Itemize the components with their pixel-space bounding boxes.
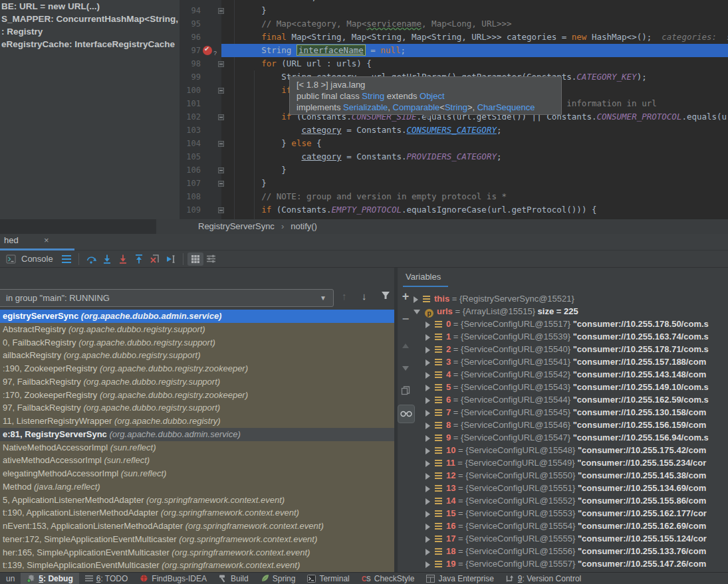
breadcrumb-method[interactable]: notify() xyxy=(291,221,317,231)
frames-list[interactable]: egistryServerSync (org.apache.dubbo.admi… xyxy=(0,310,394,572)
filter-frames-icon[interactable] xyxy=(380,290,391,300)
stack-frame[interactable]: tener:172, SimpleApplicationEventMultica… xyxy=(0,533,394,546)
stack-frame[interactable]: elegatingMethodAccessorImpl (sun.reflect… xyxy=(0,467,394,480)
variable-row[interactable]: 13 = {ServiceConfigURL@15551} "consumer:… xyxy=(414,482,728,494)
thread-selector[interactable]: in group "main": RUNNING ▼ xyxy=(0,289,334,307)
variable-row[interactable]: purls = {ArrayList@15515} size = 225 xyxy=(414,305,728,318)
stack-frame[interactable]: nEvent:153, ApplicationListenerMethodAda… xyxy=(0,520,394,533)
stack-frame[interactable]: 0, FailbackRegistry (org.apache.dubbo.re… xyxy=(0,336,394,349)
code-line[interactable]: String interfaceName = null; xyxy=(221,44,728,57)
variable-row[interactable]: 5 = {ServiceConfigURL@15543} "consumer:/… xyxy=(414,381,728,393)
stack-frame[interactable]: AbstractRegistry (org.apache.dubbo.regis… xyxy=(0,323,394,336)
stack-frame[interactable]: ativeMethodAccessorImpl (sun.reflect) xyxy=(0,454,394,467)
variable-row[interactable]: 18 = {ServiceConfigURL@15556} "consumer:… xyxy=(414,545,728,557)
variable-row[interactable]: 16 = {ServiceConfigURL@15554} "consumer:… xyxy=(414,520,728,532)
variable-row[interactable]: 15 = {ServiceConfigURL@15553} "consumer:… xyxy=(414,507,728,520)
statusbar-item-debug[interactable]: 5: Debug xyxy=(21,573,78,584)
remove-watch-icon[interactable]: − xyxy=(398,310,414,328)
variable-row[interactable]: 3 = {ServiceConfigURL@15541} "consumer:/… xyxy=(414,355,728,368)
expand-arrow-icon[interactable] xyxy=(425,448,430,454)
frame-down-icon[interactable]: ↓ xyxy=(362,290,367,302)
variable-row[interactable]: 2 = {ServiceConfigURL@15540} "consumer:/… xyxy=(414,343,728,355)
variable-row[interactable]: 7 = {ServiceConfigURL@15545} "consumer:/… xyxy=(414,406,728,419)
code-line[interactable]: category = Constants.CONSUMERS_CATEGORY; xyxy=(221,124,728,137)
stack-frame[interactable]: 97, FailbackRegistry (org.apache.dubbo.r… xyxy=(0,375,394,389)
tab-variables[interactable]: Variables xyxy=(406,272,441,282)
variable-row[interactable]: 12 = {ServiceConfigURL@15550} "consumer:… xyxy=(414,469,728,482)
stack-frame[interactable]: 11, ListenerRegistryWrapper (org.apache.… xyxy=(0,415,394,428)
variable-row[interactable]: 11 = {ServiceConfigURL@15549} "consumer:… xyxy=(414,456,728,469)
step-out-icon[interactable] xyxy=(131,252,147,266)
expand-arrow-icon[interactable] xyxy=(425,486,430,492)
drop-frame-icon[interactable] xyxy=(147,252,163,266)
run-to-cursor-icon[interactable] xyxy=(163,252,179,266)
expand-arrow-icon[interactable] xyxy=(425,334,430,341)
statusbar-item-un[interactable]: un xyxy=(0,573,21,584)
expand-arrow-icon[interactable] xyxy=(425,536,430,543)
frame-up-icon[interactable]: ↑ xyxy=(342,290,347,302)
statusbar-item-java-enterprise[interactable]: Java Enterprise xyxy=(420,573,499,584)
statusbar-item-spring[interactable]: Spring xyxy=(255,573,302,584)
collapse-arrow-icon[interactable] xyxy=(414,310,420,314)
code-line[interactable]: } xyxy=(221,4,728,17)
expand-arrow-icon[interactable] xyxy=(425,385,430,391)
stack-frame[interactable]: her:165, SimpleApplicationEventMulticast… xyxy=(0,546,394,559)
expand-arrow-icon[interactable] xyxy=(425,549,430,555)
code-line[interactable]: category = Constants.PROVIDERS_CATEGORY; xyxy=(221,150,728,163)
move-down-icon[interactable] xyxy=(398,359,414,377)
threads-view-icon[interactable] xyxy=(59,252,74,266)
statusbar-item-findbugs-idea[interactable]: FindBugs-IDEA xyxy=(134,573,213,584)
expand-arrow-icon[interactable] xyxy=(425,473,430,480)
expand-arrow-icon[interactable] xyxy=(425,410,430,417)
step-over-icon[interactable] xyxy=(83,252,99,266)
expand-arrow-icon[interactable] xyxy=(425,347,430,353)
expand-arrow-icon[interactable] xyxy=(425,460,430,467)
console-tab-label[interactable]: Console xyxy=(21,254,53,264)
expand-arrow-icon[interactable] xyxy=(425,498,430,505)
debug-session-tab[interactable]: hed × xyxy=(0,234,74,250)
variable-row[interactable]: 8 = {ServiceConfigURL@15546} "consumer:/… xyxy=(414,419,728,431)
move-up-icon[interactable] xyxy=(398,337,414,354)
stack-frame[interactable]: :190, ZookeeperRegistry (org.apache.dubb… xyxy=(0,362,394,375)
expand-arrow-icon[interactable] xyxy=(414,296,418,303)
statusbar-item-terminal[interactable]: Terminal xyxy=(301,573,355,584)
statusbar-item-build[interactable]: Build xyxy=(213,573,255,584)
variable-row[interactable]: 9 = {ServiceConfigURL@15547} "consumer:/… xyxy=(414,431,728,444)
code-line[interactable]: final Map<String, Map<String, Map<String… xyxy=(221,31,728,44)
variable-row[interactable]: this = {RegistryServerSync@15521} xyxy=(414,292,728,305)
stack-frame[interactable]: egistryServerSync (org.apache.dubbo.admi… xyxy=(0,310,394,323)
variable-row[interactable]: 19 = {ServiceConfigURL@15557} "consumer:… xyxy=(414,557,728,570)
expand-arrow-icon[interactable] xyxy=(425,397,430,404)
expand-arrow-icon[interactable] xyxy=(425,322,430,328)
show-watches-icon[interactable] xyxy=(398,405,415,423)
statusbar-item-todo[interactable]: 6: TODO xyxy=(79,573,134,584)
statusbar-item-checkstyle[interactable]: CSCheckStyle xyxy=(356,573,421,584)
expand-arrow-icon[interactable] xyxy=(425,435,430,442)
close-icon[interactable]: × xyxy=(44,235,49,245)
code-line[interactable]: } xyxy=(221,163,728,177)
expand-arrow-icon[interactable] xyxy=(425,511,430,518)
code-line[interactable]: } xyxy=(221,177,728,190)
variable-row[interactable]: 0 = {ServiceConfigURL@15517} "consumer:/… xyxy=(414,318,728,330)
step-into-icon[interactable] xyxy=(99,252,115,266)
stack-frame[interactable]: 5, ApplicationListenerMethodAdapter (org… xyxy=(0,494,394,507)
variable-row[interactable]: 6 = {ServiceConfigURL@15544} "consumer:/… xyxy=(414,393,728,406)
stack-frame[interactable]: Method (java.lang.reflect) xyxy=(0,480,394,494)
add-watch-icon[interactable]: + xyxy=(398,288,414,305)
variable-row[interactable]: 1 = {ServiceConfigURL@15539} "consumer:/… xyxy=(414,330,728,343)
code-line[interactable]: // Map<category, Map<servicename, Map<Lo… xyxy=(221,17,728,31)
stack-frame[interactable]: ailbackRegistry (org.apache.dubbo.regist… xyxy=(0,349,394,362)
code-line[interactable]: if (Constants.EMPTY_PROTOCOL.equalsIgnor… xyxy=(221,203,728,217)
expand-arrow-icon[interactable] xyxy=(425,524,430,530)
variables-tree[interactable]: this = {RegistryServerSync@15521} purls … xyxy=(414,290,728,572)
expand-arrow-icon[interactable] xyxy=(425,423,430,429)
code-line[interactable]: for (URL url : urls) { xyxy=(221,57,728,70)
stack-frame[interactable]: :170, ZookeeperRegistry (org.apache.dubb… xyxy=(0,389,394,402)
statusbar-item-version-control[interactable]: 9: Version Control xyxy=(500,573,587,584)
duplicate-icon[interactable] xyxy=(398,382,414,399)
stack-frame[interactable]: e:81, RegistryServerSync (org.apache.dub… xyxy=(0,428,394,441)
variable-row[interactable]: 4 = {ServiceConfigURL@15542} "consumer:/… xyxy=(414,368,728,381)
force-step-into-icon[interactable] xyxy=(115,252,131,266)
code-editor[interactable]: 9394959697?98991001011021031041051061071… xyxy=(180,0,728,219)
stack-frame[interactable]: 97, FailbackRegistry (org.apache.dubbo.r… xyxy=(0,401,394,415)
